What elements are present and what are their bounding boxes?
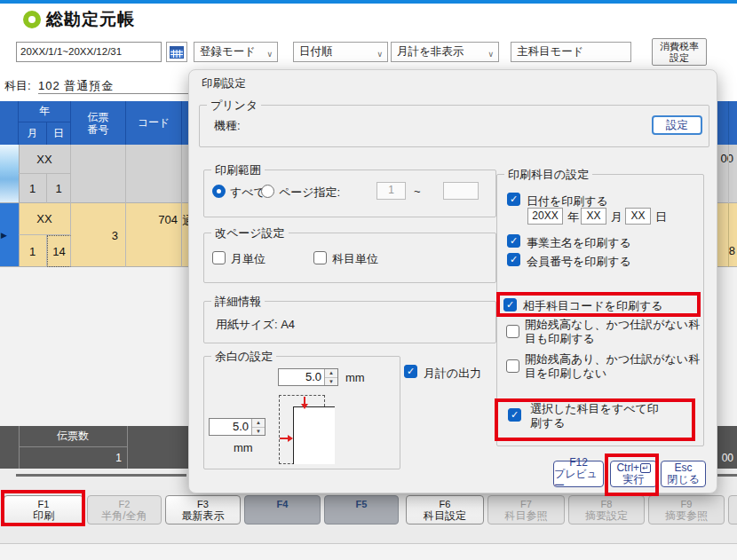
spin-up-icon[interactable]: ▲ xyxy=(325,369,337,378)
with-balance-checkbox[interactable]: ✓ xyxy=(506,359,519,373)
margin-left-value: 5.0 xyxy=(210,419,251,435)
register-mode-select[interactable]: 登録モード ∨ xyxy=(194,42,278,62)
fkey-f7-account-lookup: F7 科目参照 xyxy=(487,495,565,525)
details-group-label: 詳細情報 xyxy=(211,294,265,310)
tax-rate-settings-button[interactable]: 消費税率 設定 xyxy=(652,38,707,66)
margin-left-unit: mm xyxy=(234,441,253,454)
monthly-output-checkbox[interactable]: ✓ xyxy=(404,365,417,378)
fkey-label: 科目参照 xyxy=(505,510,548,522)
account-label: 科目: xyxy=(4,78,31,94)
cell-year[interactable]: XX xyxy=(19,203,71,235)
check-icon: ✓ xyxy=(510,236,518,246)
margin-top-stepper[interactable]: 5.0 ▲▼ xyxy=(278,368,338,386)
margin-group-label: 余白の設定 xyxy=(211,349,276,365)
slip-count-value: 1 xyxy=(19,447,122,469)
date-order-value: 日付順 xyxy=(299,45,333,58)
date-range-input[interactable]: 20XX/1/1~20XX/12/31 xyxy=(16,42,162,62)
no-balance-checkbox[interactable]: ✓ xyxy=(506,325,519,338)
spin-down-icon[interactable]: ▼ xyxy=(252,428,265,436)
range-all-radio[interactable] xyxy=(212,185,226,198)
stepper-buttons[interactable]: ▲▼ xyxy=(324,369,337,385)
preview-key-label: F12 xyxy=(569,457,588,469)
calendar-button[interactable] xyxy=(166,42,187,62)
no-balance-label: 開始残高なし、かつ仕訳がない科目も印刷する xyxy=(525,318,708,346)
row-selector-active[interactable]: ▶ xyxy=(0,203,20,266)
monthly-display-select[interactable]: 月計を非表示 ∨ xyxy=(391,42,499,62)
row-pointer-icon: ▶ xyxy=(1,231,7,240)
spin-up-icon[interactable]: ▲ xyxy=(252,419,265,428)
preview-label: プレビュー xyxy=(554,469,603,492)
print-member-label: 会員番号を印刷する xyxy=(527,254,631,270)
print-date-year-input[interactable]: 20XX xyxy=(527,208,563,225)
fkey-f2-halfwidth: F2 半角/全角 xyxy=(87,495,162,525)
print-owner-checkbox[interactable]: ✓ xyxy=(507,234,520,248)
tax-rate-settings-line2: 設定 xyxy=(670,52,689,64)
cell-month[interactable]: 1 xyxy=(19,174,47,203)
print-date-day-input[interactable]: XX xyxy=(625,208,651,225)
margin-top-unit: mm xyxy=(345,371,365,384)
fkey-f4: F4 xyxy=(244,495,321,525)
cell-day-focused[interactable]: 14 xyxy=(47,235,71,267)
header-month: 月 xyxy=(19,122,47,145)
printer-group: プリンタ xyxy=(199,105,709,147)
fkey-f3-refresh[interactable]: F3 最新表示 xyxy=(165,495,241,525)
cell-year[interactable]: XX xyxy=(19,145,71,174)
header-selector-cell xyxy=(0,101,19,145)
header-code: コード xyxy=(126,101,182,145)
print-date-checkbox[interactable]: ✓ xyxy=(507,193,520,206)
cell-code[interactable] xyxy=(126,145,182,203)
header-day: 日 xyxy=(47,122,71,145)
fkey-key: F6 xyxy=(440,499,451,510)
print-date-month-input[interactable]: XX xyxy=(581,208,606,225)
scrollbar-thumb[interactable] xyxy=(716,474,737,477)
header-far-divider xyxy=(728,101,729,145)
subject-mode-field[interactable]: 主科目モード xyxy=(511,42,631,62)
highlight-print-all-selected xyxy=(495,398,695,441)
margin-arrow-right-icon xyxy=(280,438,288,439)
with-balance-label: 開始残高あり、かつ仕訳がない科目を印刷しない xyxy=(525,352,708,381)
page-range-tilde: ~ xyxy=(414,185,421,198)
close-button[interactable]: Esc 閉じる xyxy=(661,461,706,487)
account-break-checkbox[interactable]: ✓ xyxy=(313,251,327,264)
check-icon: ✓ xyxy=(510,255,518,264)
close-label: 閉じる xyxy=(667,474,700,485)
app-window: 総勘定元帳 20XX/1/1~20XX/12/31 登録モード ∨ 日付順 ∨ … xyxy=(0,0,737,560)
preview-button[interactable]: F12 プレビュー xyxy=(553,461,604,487)
stepper-buttons[interactable]: ▲▼ xyxy=(251,419,265,435)
summary-divider xyxy=(127,426,128,469)
account-value[interactable]: 102 普通預金 xyxy=(38,78,114,94)
cell-month[interactable]: 1 xyxy=(19,235,47,267)
row-far-divider xyxy=(728,203,729,267)
fkey-f9-memo-lookup: F9 摘要参照 xyxy=(648,495,725,525)
fkey-f6-account-settings[interactable]: F6 科目設定 xyxy=(406,495,484,525)
printer-group-label: プリンタ xyxy=(207,98,261,114)
range-pages-label: ページ指定: xyxy=(279,185,340,201)
print-member-checkbox[interactable]: ✓ xyxy=(507,253,520,266)
check-icon: ✓ xyxy=(407,367,415,376)
cell-slip-number[interactable]: 3 xyxy=(71,203,126,267)
scrollbar-thumb[interactable] xyxy=(16,474,186,477)
date-order-select[interactable]: 日付順 ∨ xyxy=(293,42,388,62)
paper-size-label: 用紙サイズ: A4 xyxy=(216,317,295,333)
cell-code[interactable]: 704 xyxy=(126,203,182,267)
month-suffix: 月 xyxy=(611,209,622,225)
fkey-label: 半角/全角 xyxy=(101,510,147,522)
page-to-input[interactable] xyxy=(443,182,479,200)
printer-settings-button[interactable]: 設定 xyxy=(652,115,702,135)
window-accent-bar xyxy=(0,0,737,4)
page-from-input[interactable]: 1 xyxy=(376,182,406,200)
spin-down-icon[interactable]: ▼ xyxy=(325,378,337,386)
fkey-key: F9 xyxy=(681,499,693,510)
day-suffix: 日 xyxy=(655,209,667,225)
range-pages-radio[interactable] xyxy=(261,185,274,198)
row-selector[interactable] xyxy=(0,145,20,202)
margin-left-stepper[interactable]: 5.0 ▲▼ xyxy=(209,418,265,436)
header-year: 年 xyxy=(19,101,71,122)
fkey-label: 最新表示 xyxy=(182,510,225,522)
monthly-break-checkbox[interactable]: ✓ xyxy=(212,251,226,264)
fkey-f8-memo-settings: F8 摘要設定 xyxy=(568,495,645,525)
cell-day[interactable]: 1 xyxy=(47,174,71,203)
fkey-f5: F5 xyxy=(324,495,399,525)
highlight-partner-code xyxy=(496,292,701,317)
cell-slip-number[interactable] xyxy=(71,145,126,203)
